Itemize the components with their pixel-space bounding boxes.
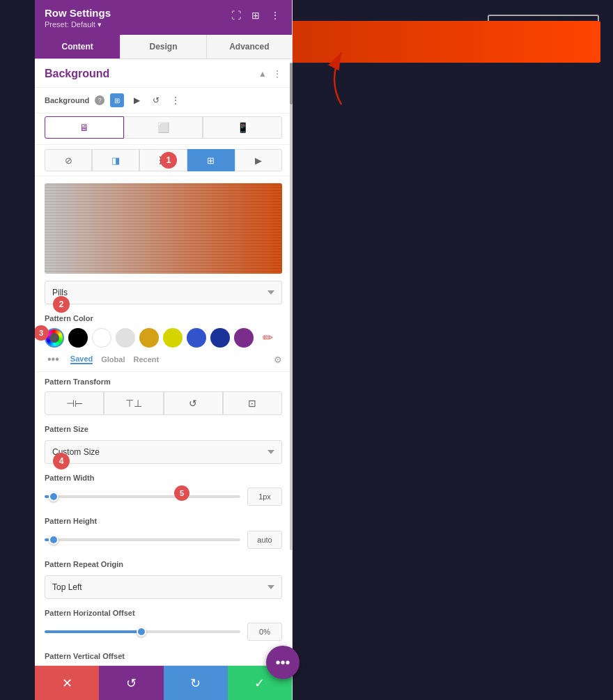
pattern-width-control: 5 1px xyxy=(45,488,282,506)
background-preview xyxy=(45,183,282,274)
more-options-icon[interactable]: ⋮ xyxy=(268,8,282,22)
pattern-size-label: Pattern Size xyxy=(35,419,292,436)
reset-icon[interactable]: ↺ xyxy=(149,93,163,107)
video-btn[interactable]: ▶ xyxy=(235,149,282,171)
badge-1: 1 xyxy=(160,152,177,169)
orange-hero-bar xyxy=(259,21,600,63)
width-value-box[interactable]: 1px xyxy=(247,488,282,506)
gold-swatch[interactable] xyxy=(139,328,159,348)
repeat-origin-select-wrap: Top Left Top Center Top Right Center Bot… xyxy=(45,575,282,599)
panel-body: Background ▲ ⋮ Background ? ⊞ ▶ ↺ ⋮ 🖥 ⬜ … xyxy=(35,59,292,665)
yellow-swatch[interactable] xyxy=(163,328,183,348)
repeat-origin-label: Pattern Repeat Origin xyxy=(35,554,292,571)
h-offset-slider-row: 0% xyxy=(35,620,292,646)
panel-title: Row Settings xyxy=(45,7,229,19)
undo-button[interactable]: ↺ xyxy=(99,666,163,700)
scrollbar-track[interactable] xyxy=(290,63,293,550)
pattern-width-label: Pattern Width xyxy=(35,468,292,485)
collapse-icon[interactable]: ▲ xyxy=(258,69,267,79)
gradient-btn[interactable]: ◨ xyxy=(92,149,139,171)
bg-controls-row: Background ? ⊞ ▶ ↺ ⋮ xyxy=(35,88,292,114)
width-slider-thumb[interactable] xyxy=(49,492,59,501)
section-header-icons: ▲ ⋮ xyxy=(258,68,282,79)
bg-more-icon[interactable]: ⋮ xyxy=(169,93,183,107)
h-offset-label: Pattern Horizontal Offset xyxy=(35,603,292,620)
repeat-origin-select[interactable]: Top Left Top Center Top Right Center Bot… xyxy=(45,575,282,599)
layout-icon[interactable]: ⊞ xyxy=(249,8,263,22)
darkblue-swatch[interactable] xyxy=(210,328,230,348)
panel-preset[interactable]: Preset: Default ▾ xyxy=(45,20,229,29)
no-color-btn[interactable]: ⊘ xyxy=(45,149,92,171)
invert-btn[interactable]: ⊡ xyxy=(223,391,282,415)
fullscreen-icon[interactable]: ⛶ xyxy=(229,8,243,22)
background-section-header: Background ▲ ⋮ xyxy=(35,59,292,88)
mobile-device-btn[interactable]: 📱 xyxy=(203,116,282,139)
color-tab-global[interactable]: Global xyxy=(101,355,125,364)
more-colors-icon[interactable]: ••• xyxy=(45,353,62,366)
h-offset-slider-track[interactable] xyxy=(45,630,240,633)
flip-h-btn[interactable]: ⊣⊢ xyxy=(45,391,104,415)
purple-swatch[interactable] xyxy=(234,328,254,348)
color-edit-icon[interactable]: ✏ xyxy=(258,328,277,348)
badge-4: 4 xyxy=(53,453,70,469)
color-tab-recent[interactable]: Recent xyxy=(133,355,159,364)
bottom-action-bar: ✕ ↺ ↻ ✓ xyxy=(35,665,292,700)
pattern-size-select[interactable]: Custom Size Cover Contain Auto xyxy=(45,440,282,464)
flip-v-btn[interactable]: ⊤⊥ xyxy=(104,391,163,415)
pattern-btn[interactable]: ⊞ xyxy=(187,149,235,171)
device-selector-row: 🖥 ⬜ 📱 xyxy=(35,114,292,145)
pointer-icon[interactable]: ▶ xyxy=(130,93,143,107)
pattern-shape-select-wrap: Pills Circles Squares Lines xyxy=(45,281,282,304)
pattern-height-label: Pattern Height xyxy=(35,511,292,528)
pattern-size-select-wrap: Custom Size Cover Contain Auto xyxy=(45,440,282,464)
panel-header: Row Settings Preset: Default ▾ ⛶ ⊞ ⋮ xyxy=(35,0,292,35)
rotate-btn[interactable]: ↺ xyxy=(164,391,223,415)
tab-content[interactable]: Content xyxy=(35,35,121,59)
transform-row: ⊣⊢ ⊤⊥ ↺ ⊡ xyxy=(35,389,292,419)
panel-title-group: Row Settings Preset: Default ▾ xyxy=(45,7,229,29)
h-offset-slider-thumb[interactable] xyxy=(137,627,146,637)
section-more-icon[interactable]: ⋮ xyxy=(272,68,282,79)
color-tabs-row: ••• Saved Global Recent ⚙ xyxy=(35,350,292,372)
panel-header-icons: ⛶ ⊞ ⋮ xyxy=(229,7,282,22)
badge-5: 5 xyxy=(174,485,189,501)
v-offset-label: Pattern Vertical Offset xyxy=(35,646,292,663)
height-slider-track[interactable] xyxy=(45,538,240,541)
white-swatch[interactable] xyxy=(92,328,111,348)
pattern-color-label: Pattern Color xyxy=(35,309,292,325)
pattern-width-slider-row: 5 1px xyxy=(35,485,292,511)
width-slider-track[interactable] xyxy=(45,495,240,498)
color-swatches-row: 3 ✏ xyxy=(35,325,292,350)
h-offset-value-box[interactable]: 0% xyxy=(247,623,282,641)
floating-menu-button[interactable]: ••• xyxy=(266,646,300,679)
black-swatch[interactable] xyxy=(68,328,88,348)
pattern-shape-select[interactable]: Pills Circles Squares Lines xyxy=(45,281,282,304)
redo-button[interactable]: ↻ xyxy=(164,666,228,700)
pattern-transform-label: Pattern Transform xyxy=(35,372,292,389)
h-offset-slider-fill xyxy=(45,630,143,633)
tab-advanced[interactable]: Advanced xyxy=(207,35,292,59)
bg-label: Background xyxy=(45,96,89,104)
blue-swatch[interactable] xyxy=(187,328,206,348)
height-slider-thumb[interactable] xyxy=(49,535,59,545)
height-value-box[interactable]: auto xyxy=(247,531,282,549)
lightgray-swatch[interactable] xyxy=(116,328,135,348)
badge-2: 2 xyxy=(53,296,70,313)
section-title: Background xyxy=(45,68,109,80)
pattern-height-control: auto xyxy=(45,531,282,549)
pattern-height-slider-row: auto xyxy=(35,528,292,554)
help-icon[interactable]: ? xyxy=(95,95,104,105)
bg-responsive-icon[interactable]: ⊞ xyxy=(110,93,124,107)
desktop-device-btn[interactable]: 🖥 xyxy=(45,116,124,139)
h-offset-control: 0% xyxy=(45,623,282,641)
color-settings-icon[interactable]: ⚙ xyxy=(274,355,282,365)
tab-design[interactable]: Design xyxy=(121,35,206,59)
color-tab-saved[interactable]: Saved xyxy=(70,355,93,364)
tablet-device-btn[interactable]: ⬜ xyxy=(124,116,203,139)
panel-tabs: Content Design Advanced xyxy=(35,35,292,59)
settings-panel: Row Settings Preset: Default ▾ ⛶ ⊞ ⋮ Con… xyxy=(35,0,293,700)
scrollbar-thumb[interactable] xyxy=(290,63,293,104)
cancel-button[interactable]: ✕ xyxy=(35,666,99,700)
